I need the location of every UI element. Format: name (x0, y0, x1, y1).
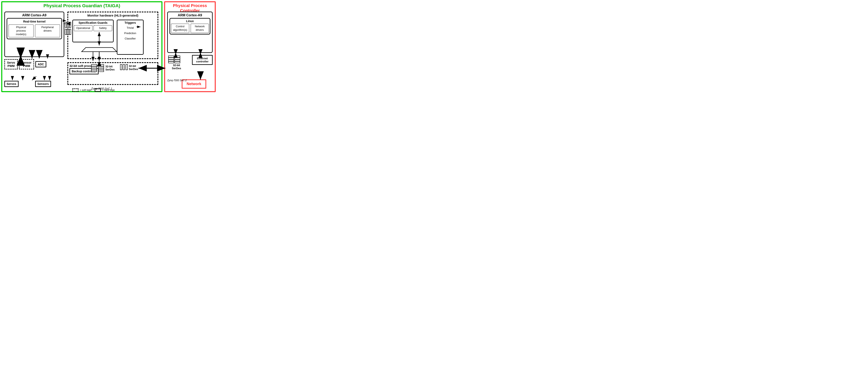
diagram-container: Physical Process Guardian (TAIGA) ARM Co… (0, 0, 217, 93)
fifo-cell-h (69, 22, 71, 28)
triggers-title: Triggers (118, 21, 142, 24)
fifo-cell (168, 61, 174, 63)
spec-guards-box: Specification Guards Operational Safety (72, 20, 114, 42)
fifo-serdes-right (168, 56, 185, 63)
fifo-cell-h (67, 29, 69, 35)
fifo-cell (98, 70, 104, 72)
peripheral-row: Servo PWM Sensor PWM ADC (4, 59, 46, 69)
trivial-label: Trivial (118, 25, 142, 31)
network-drivers-box: Network drivers (190, 24, 209, 33)
legend-solid-label: = hard logic (102, 89, 115, 92)
rtkernel-title: Real-time kernel (8, 20, 60, 23)
fifo-cell-h (69, 29, 71, 35)
arm-right-title: ARM Cortex-A9 (169, 13, 211, 17)
bottom-row: Servos Sensors (4, 81, 51, 87)
legend-dashed-icon (72, 88, 79, 92)
fifo-stack-r2 (175, 56, 180, 63)
rtkernel-box: Real-time kernel Physical process model(… (7, 18, 62, 39)
servos-box: Servos (4, 81, 19, 87)
rtkernel-inner: Physical process model(s) Peripheral dri… (8, 24, 60, 37)
peripheral-drivers-box: Peripheral drivers (35, 24, 60, 37)
ppg-box: Physical Process Guardian (TAIGA) ARM Co… (1, 1, 162, 92)
arm-left-title: ARM Cortex-A9 (6, 13, 62, 17)
spec-guards-title: Specification Guards (74, 21, 112, 24)
ppg-title: Physical Process Guardian (TAIGA) (3, 3, 161, 8)
control-algo-box: Control algorithm(s) (171, 24, 189, 33)
fifo-stack-r1 (168, 56, 174, 63)
servo-pwm-box: Servo PWM (4, 59, 18, 69)
arm-box-left: ARM Cortex-A9 Real-time kernel Physical … (4, 11, 64, 57)
classifier-label: Classifier (118, 36, 142, 41)
fifo-cell (175, 61, 180, 63)
fifo-cell-h (67, 22, 69, 28)
fifo-left (65, 29, 71, 35)
fifo-middle (65, 22, 71, 35)
monitor-title: Monitor hardware (HLS-generated) (69, 13, 156, 17)
operational-box: Operational (74, 25, 93, 31)
legend-solid-icon (95, 88, 101, 92)
fifo-cell-h (126, 64, 128, 70)
spec-guards-inner: Operational Safety (74, 25, 112, 31)
fifo-stack-1 (91, 64, 97, 72)
ppc-box: Physical Process Controller ARM Cortex-A… (164, 1, 216, 92)
serdes-right-label: 32-bit SerDes (168, 64, 185, 70)
fifo-stack-2 (98, 64, 104, 72)
legend-area: = soft logic = hard logic (72, 88, 115, 92)
serdes2-area: 32-bitSerDes (120, 64, 138, 71)
arm-box-right: ARM Cortex-A9 Linux Control algorithm(s)… (167, 11, 213, 53)
zynq2-label: Zynq-7000 SoC 2 (167, 79, 187, 82)
fifo-cell-h (65, 29, 67, 35)
process-model-box: Physical process model(s) (8, 24, 34, 37)
safety-box: Safety (93, 25, 112, 31)
adc-box: ADC (35, 61, 46, 67)
serdes-right: 32-bit SerDes (168, 56, 185, 70)
fifo-horiz-1 (120, 64, 127, 71)
fifo-cell-h (120, 64, 122, 70)
linux-inner: Control algorithm(s) Network drivers (171, 24, 209, 33)
serdes2-label: 32-bitSerDes (129, 64, 138, 71)
monitor-box: Monitor hardware (HLS-generated) Specifi… (67, 11, 158, 59)
serdes1-label: 32-bitSerDes (105, 65, 115, 71)
linux-title: Linux (171, 20, 209, 23)
prediction-label: Prediction (118, 31, 142, 36)
ethernet-controller-box: Ethernet controller (192, 55, 213, 65)
legend-dashed-label: = soft logic (80, 89, 92, 92)
fifo-cell-h (65, 22, 67, 28)
sensors-box: Sensors (35, 81, 51, 87)
sensor-pwm-box: Sensor PWM (19, 59, 34, 69)
fifo-right (65, 22, 71, 28)
fifo-cell (91, 70, 97, 72)
fifo-cell-h (123, 64, 125, 70)
triggers-box: Triggers Trivial Prediction Classifier (117, 20, 144, 55)
linux-box: Linux Control algorithm(s) Network drive… (169, 18, 210, 34)
serdes1-area: 32-bitSerDes (91, 64, 115, 72)
